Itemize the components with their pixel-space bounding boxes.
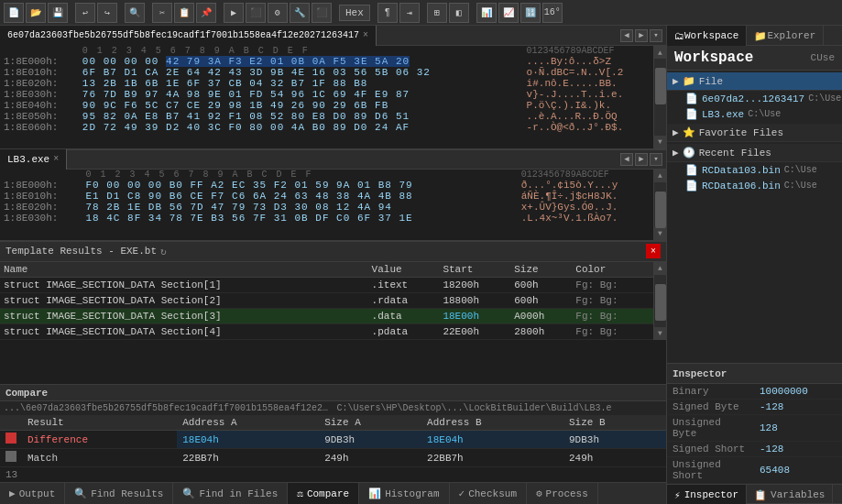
- save-btn[interactable]: 💾: [48, 3, 68, 23]
- redo-btn[interactable]: ↪: [97, 3, 117, 23]
- hex-tab-close[interactable]: ×: [363, 30, 368, 40]
- tmpl-scroll-track[interactable]: [654, 275, 666, 327]
- tab-histogram-label: Histogram: [385, 488, 439, 499]
- tab-nav-dropdown[interactable]: ▾: [650, 29, 662, 42]
- inspector-tab-icon: ⚡: [674, 489, 681, 501]
- t8[interactable]: ⊞: [427, 3, 447, 23]
- inspector-type-binary: Binary: [667, 384, 754, 400]
- recent-file-1[interactable]: 📄 RCData103.bin C:\Use: [667, 162, 842, 178]
- template-close-btn[interactable]: ×: [646, 244, 661, 258]
- tab-explorer[interactable]: 📁 Explorer: [747, 26, 824, 46]
- hex-row-b4: 1:8E030h: 18 4C 8F 34 78 7E B3 56 7F 31 …: [2, 213, 651, 224]
- template-row-1[interactable]: struct IMAGE_SECTION_DATA Section[1] .it…: [0, 277, 653, 292]
- find-btn[interactable]: 🔍: [125, 3, 145, 23]
- tab-histogram[interactable]: 📊 Histogram: [359, 483, 449, 504]
- scroll-track-bottom[interactable]: [654, 182, 666, 227]
- template-row-2[interactable]: struct IMAGE_SECTION_DATA Section[2] .rd…: [0, 292, 653, 308]
- t11[interactable]: 📈: [498, 3, 519, 23]
- inspector-tab[interactable]: ⚡ Inspector: [667, 485, 747, 504]
- hex-label: Hex: [339, 5, 370, 21]
- template-row-4[interactable]: struct IMAGE_SECTION_DATA Section[4] .pd…: [0, 323, 653, 339]
- template-table-container: Name Value Start Size Color struct IMAGE…: [0, 262, 666, 340]
- file-section-header[interactable]: ▶ 📁 File: [667, 72, 842, 91]
- tmpl-scroll-thumb[interactable]: [655, 284, 666, 321]
- undo-btn[interactable]: ↩: [75, 3, 95, 23]
- compare-paths: ...\6e07da23603fbe5b26755df5b8fec19cadf1…: [0, 401, 666, 415]
- t9[interactable]: ◧: [449, 3, 469, 23]
- t13[interactable]: 16°: [542, 3, 563, 23]
- t7[interactable]: ⇥: [399, 3, 420, 23]
- tab-output-label: Output: [19, 488, 56, 499]
- recent-section-header[interactable]: ▶ 🕐 Recent Files: [667, 144, 842, 162]
- scroll-thumb-top[interactable]: [655, 68, 666, 104]
- scroll-up-bottom[interactable]: ▲: [654, 170, 667, 182]
- t3[interactable]: ⚙: [268, 3, 288, 23]
- tab-nav2-right[interactable]: ▶: [635, 153, 648, 166]
- tab-compare[interactable]: ⚖ Compare: [288, 483, 359, 504]
- t4[interactable]: 🔧: [290, 3, 310, 23]
- file-item-2[interactable]: 📄 LB3.exe C:\Use: [667, 106, 842, 122]
- template-row-3[interactable]: struct IMAGE_SECTION_DATA Section[3] .da…: [0, 308, 653, 323]
- variables-tab[interactable]: 📋 Variables: [747, 485, 833, 504]
- tab-nav2-left[interactable]: ◀: [620, 153, 633, 166]
- t2[interactable]: ⬛: [246, 3, 266, 23]
- t6[interactable]: ¶: [377, 3, 398, 23]
- inspector-val-signed-byte: -128: [754, 400, 842, 415]
- template-title: Template Results - EXE.bt: [5, 246, 157, 257]
- scroll-up-top[interactable]: ▲: [654, 46, 667, 59]
- tab-output[interactable]: ▶ Output: [0, 483, 65, 504]
- compare-col-headers: Result Address A Size A Address B Size B: [0, 415, 666, 431]
- cut-btn[interactable]: ✂: [152, 3, 172, 23]
- tab-workspace[interactable]: 🗂 Workspace: [667, 26, 747, 46]
- t5[interactable]: ⬛: [312, 3, 332, 23]
- new-btn[interactable]: 📄: [4, 3, 24, 23]
- t1[interactable]: ▶: [224, 3, 244, 23]
- tab-nav-left[interactable]: ◀: [620, 29, 633, 42]
- inspector-type-unsigned-byte: Unsigned Byte: [667, 415, 754, 442]
- hex-scrollbar-top: ▲ ▼: [653, 46, 666, 148]
- open-btn[interactable]: 📂: [26, 3, 46, 23]
- hex-tab-main[interactable]: 6e07da23603fbe5b26755df5b8fec19cadf1f700…: [0, 26, 377, 46]
- tmpl-scroll-up[interactable]: ▲: [654, 262, 667, 275]
- scroll-down-bottom[interactable]: ▼: [654, 227, 667, 240]
- recent-name-1: RCData103.bin: [702, 165, 781, 176]
- compare-body: ...\6e07da23603fbe5b26755df5b8fec19cadf1…: [0, 401, 666, 482]
- col-value: Value: [368, 262, 440, 278]
- compare-row-diff[interactable]: Difference 18E04h 9DB3h 18E04h 9DB3h: [0, 431, 666, 449]
- hex-tab-lb3[interactable]: LB3.exe ×: [0, 149, 67, 170]
- tab-find-results[interactable]: 🔍 Find Results: [65, 483, 173, 504]
- hex-tab-lb3-close[interactable]: ×: [53, 154, 59, 164]
- scroll-thumb-bottom[interactable]: [655, 192, 666, 228]
- copy-btn[interactable]: 📋: [174, 3, 194, 23]
- recent-file-2[interactable]: 📄 RCData106.bin C:\Use: [667, 178, 842, 193]
- paste-btn[interactable]: 📌: [196, 3, 216, 23]
- tmpl-scroll-down[interactable]: ▼: [654, 327, 667, 340]
- t12[interactable]: 🔢: [520, 3, 541, 23]
- diff-color-box: [5, 433, 16, 444]
- scroll-down-top[interactable]: ▼: [654, 136, 667, 148]
- inspector-row-binary: Binary 10000000: [667, 384, 842, 400]
- template-refresh-icon[interactable]: ↻: [160, 246, 167, 257]
- tab-find-files[interactable]: 🔍 Find in Files: [173, 483, 288, 504]
- favorites-section-header[interactable]: ▶ ⭐ Favorite Files: [667, 124, 842, 142]
- cmp-col-color: [0, 415, 22, 431]
- hex-table-bottom: 0 1 2 3 4 5 6 7 8 9 A B C D E F 01234567…: [2, 170, 651, 224]
- tab-process[interactable]: ⚙ Process: [527, 483, 598, 504]
- hex-header-bottom: 0 1 2 3 4 5 6 7 8 9 A B C D E F 01234567…: [2, 170, 651, 180]
- tab-compare-label: Compare: [307, 488, 349, 499]
- tab-checksum[interactable]: ✓ Checksum: [450, 483, 527, 504]
- scroll-track-top[interactable]: [654, 59, 666, 136]
- left-panel: 6e07da23603fbe5b26755df5b8fec19cadf1f700…: [0, 26, 667, 504]
- output-icon: ▶: [9, 488, 16, 499]
- hex-view-top: 0 1 2 3 4 5 6 7 8 9 A B C D E F 01234567…: [0, 46, 666, 149]
- hex-table-top: 0 1 2 3 4 5 6 7 8 9 A B C D E F 01234567…: [2, 46, 651, 133]
- t10[interactable]: 📊: [476, 3, 497, 23]
- file-item-1[interactable]: 📄 6e07da2...1263417 C:\Use: [667, 91, 842, 106]
- tab-nav-right[interactable]: ▶: [635, 29, 648, 42]
- compare-row-match[interactable]: Match 22BB7h 249h 22BB7h 249h: [0, 449, 666, 467]
- tab-nav2-dropdown[interactable]: ▾: [650, 153, 662, 166]
- tab-checksum-label: Checksum: [468, 488, 517, 499]
- inspector-type-signed-short: Signed Short: [667, 442, 754, 457]
- compare-path-b: C:\Users\HP\Desktop\...\LockBitBuilder\B…: [337, 403, 663, 413]
- bottom-tab-bar: ▶ Output 🔍 Find Results 🔍 Find in Files …: [0, 482, 666, 504]
